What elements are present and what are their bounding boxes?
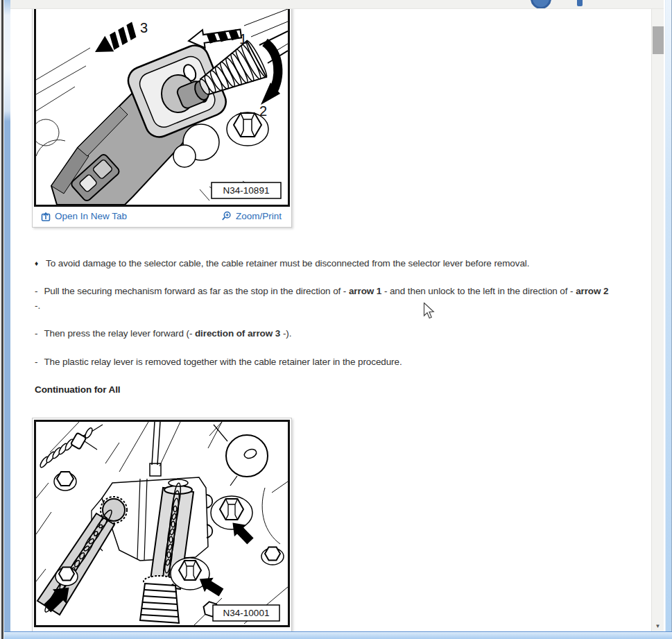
left-edge-blue-strip [4, 0, 10, 639]
figure-frame-1: 3 1 2 N34-10891 [34, 0, 290, 207]
callout-2: 2 [259, 103, 267, 119]
scroll-down-arrow[interactable]: ▼ [652, 623, 664, 630]
step-paragraph-1: -Pull the securing mechanism forward as … [35, 284, 648, 313]
figure-label-box: N34-10891 [212, 182, 281, 198]
step-paragraph-3: -The plastic relay lever is removed toge… [35, 355, 648, 369]
small-bolt-top-left [54, 472, 76, 491]
figure-card-2: N34-10001 Open In New Tab Zoom/Print [32, 418, 292, 639]
magnifier-plus-icon [221, 211, 232, 221]
figure-illustration-cable-bolts: N34-10001 [36, 422, 288, 625]
figure-toolbar-1: Open In New Tab Zoom/Print [34, 207, 290, 225]
step-paragraph-2: -Then press the relay lever forward (- d… [35, 326, 648, 341]
bolt-left [55, 568, 78, 586]
figure-frame-2: N34-10001 [34, 420, 290, 627]
figure-label: N34-10891 [223, 185, 270, 196]
callout-3: 3 [140, 20, 148, 35]
partial-toolbar-icon [577, 0, 583, 6]
callout-1: 1 [239, 31, 247, 46]
open-in-new-tab-icon [41, 212, 51, 221]
ribbed-cap [140, 576, 179, 623]
note-paragraph: ♦To avoid damage to the selector cable, … [35, 256, 648, 271]
figure-illustration-selector-lever: 3 1 2 N34-10891 [36, 0, 288, 205]
figure-label-box: N34-10001 [213, 605, 279, 621]
open-in-new-tab-link[interactable]: Open In New Tab [41, 211, 127, 221]
window-right-edge [664, 0, 672, 639]
partial-toolbar-circle-icon [531, 0, 551, 9]
window-left-edge [0, 0, 10, 639]
figure-label: N34-10001 [223, 608, 270, 618]
scrollbar-thumb[interactable] [653, 26, 664, 54]
note-text: To avoid damage to the selector cable, t… [46, 258, 529, 269]
bullet-marker: ♦ [35, 256, 38, 271]
section-heading: Continuation for All [35, 382, 648, 397]
zoom-print-label: Zoom/Print [236, 211, 282, 221]
zoom-print-link[interactable]: Zoom/Print [221, 211, 282, 221]
figure-card-1: 3 1 2 N34-10891 [32, 0, 292, 228]
vertical-scrollbar[interactable]: ▼ [651, 9, 664, 631]
mouse-cursor-arrow [423, 303, 436, 323]
open-in-new-tab-label: Open In New Tab [55, 211, 127, 221]
browser-top-bar [4, 0, 664, 9]
bolt-right [211, 496, 252, 529]
window-bottom-bar [4, 631, 672, 639]
